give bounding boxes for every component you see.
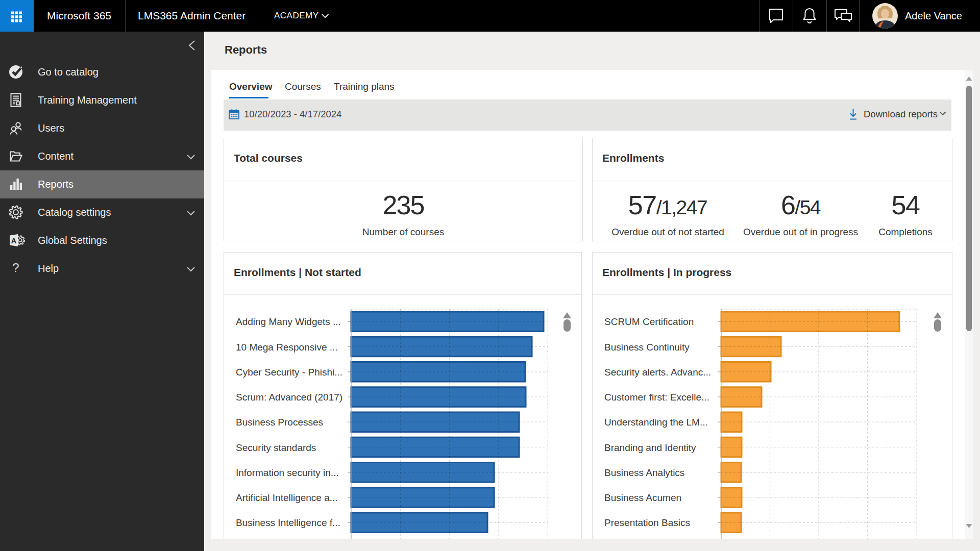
- svg-text:Business Processes: Business Processes: [236, 417, 323, 428]
- svg-text:A: A: [11, 236, 17, 245]
- svg-text:Business Analytics: Business Analytics: [604, 467, 684, 478]
- svg-text:Branding and Identity: Branding and Identity: [604, 442, 696, 453]
- svg-text:Information security in...: Information security in...: [236, 467, 339, 478]
- svg-text:Understanding the LM...: Understanding the LM...: [604, 417, 708, 428]
- svg-text:Cyber Security - Phishi...: Cyber Security - Phishi...: [236, 367, 342, 378]
- svg-text:Adding Many Widgets ...: Adding Many Widgets ...: [236, 316, 341, 327]
- svg-text:?: ?: [12, 261, 19, 274]
- svg-text:Customer first: Excelle...: Customer first: Excelle...: [604, 392, 709, 403]
- svg-text:SCRUM Certification: SCRUM Certification: [604, 316, 694, 327]
- svg-text:Business Intelligence f...: Business Intelligence f...: [236, 517, 340, 528]
- svg-text:Business Acumen: Business Acumen: [604, 492, 681, 503]
- svg-text:10 Mega Responsive ...: 10 Mega Responsive ...: [236, 342, 338, 353]
- svg-text:Presentation Basics: Presentation Basics: [604, 517, 690, 528]
- svg-text:Scrum: Advanced (2017): Scrum: Advanced (2017): [236, 392, 342, 403]
- svg-text:Security alerts. Advanc...: Security alerts. Advanc...: [604, 367, 711, 378]
- svg-text:Security standards: Security standards: [236, 442, 316, 453]
- svg-text:Business Continuity: Business Continuity: [604, 342, 690, 353]
- svg-text:Artificial Intelligence a...: Artificial Intelligence a...: [236, 492, 338, 503]
